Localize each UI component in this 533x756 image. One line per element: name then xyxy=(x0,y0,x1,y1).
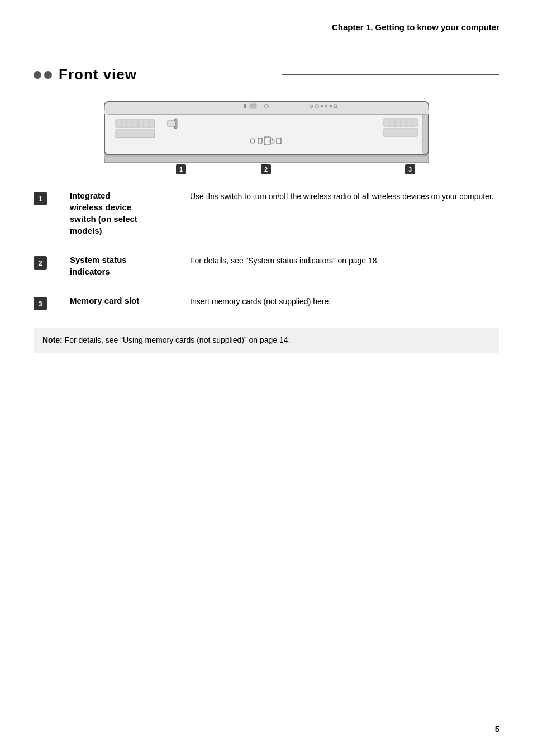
feature-name-2: System statusindicators xyxy=(70,254,182,277)
feature-name-1: Integratedwireless deviceswitch (on sele… xyxy=(70,190,182,237)
section-icons xyxy=(34,71,52,79)
svg-rect-2 xyxy=(104,110,429,114)
svg-point-10 xyxy=(330,105,332,107)
chapter-title: Chapter 1. Getting to know your computer xyxy=(332,22,499,32)
svg-point-8 xyxy=(321,105,323,107)
feature-badge-1: 1 xyxy=(34,192,47,205)
feature-badge-3: 3 xyxy=(34,297,47,310)
note-box: Note: For details, see “Using memory car… xyxy=(34,328,499,353)
laptop-diagram-svg: 1 2 3 xyxy=(88,97,445,176)
note-label: Note: xyxy=(42,336,63,344)
section-dot-icon-1 xyxy=(34,71,41,79)
section-title-line xyxy=(282,74,500,75)
svg-rect-35 xyxy=(423,114,427,153)
svg-rect-13 xyxy=(116,130,155,138)
feature-desc-3: Insert memory cards (not supplied) here. xyxy=(190,295,499,308)
page-container: Chapter 1. Getting to know your computer… xyxy=(0,0,533,756)
svg-rect-29 xyxy=(384,129,417,136)
svg-text:3: 3 xyxy=(408,166,412,173)
svg-rect-5 xyxy=(250,104,256,108)
feature-row-1: 1 Integratedwireless deviceswitch (on se… xyxy=(34,181,499,245)
feature-badge-2: 2 xyxy=(34,256,47,270)
note-text: For details, see “Using memory cards (no… xyxy=(63,336,291,344)
feature-row-2: 2 System statusindicators For details, s… xyxy=(34,245,499,286)
feature-name-3: Memory card slot xyxy=(70,295,182,306)
chapter-header: Chapter 1. Getting to know your computer xyxy=(34,22,499,49)
section-title-row: Front view xyxy=(34,66,499,83)
svg-rect-37 xyxy=(104,155,429,157)
section-dot-icon-2 xyxy=(44,71,52,79)
svg-rect-4 xyxy=(244,104,246,108)
svg-text:1: 1 xyxy=(179,166,183,173)
laptop-diagram-container: 1 2 3 xyxy=(88,97,445,176)
feature-desc-1: Use this switch to turn on/off the wirel… xyxy=(190,190,499,202)
section-title: Front view xyxy=(59,66,277,83)
features-list: 1 Integratedwireless deviceswitch (on se… xyxy=(34,181,499,319)
feature-desc-2: For details, see “System status indicato… xyxy=(190,254,499,267)
feature-row-3: 3 Memory card slot Insert memory cards (… xyxy=(34,286,499,319)
svg-rect-21 xyxy=(168,121,175,126)
svg-rect-12 xyxy=(116,120,155,127)
svg-text:2: 2 xyxy=(264,166,268,173)
page-number: 5 xyxy=(495,724,499,734)
